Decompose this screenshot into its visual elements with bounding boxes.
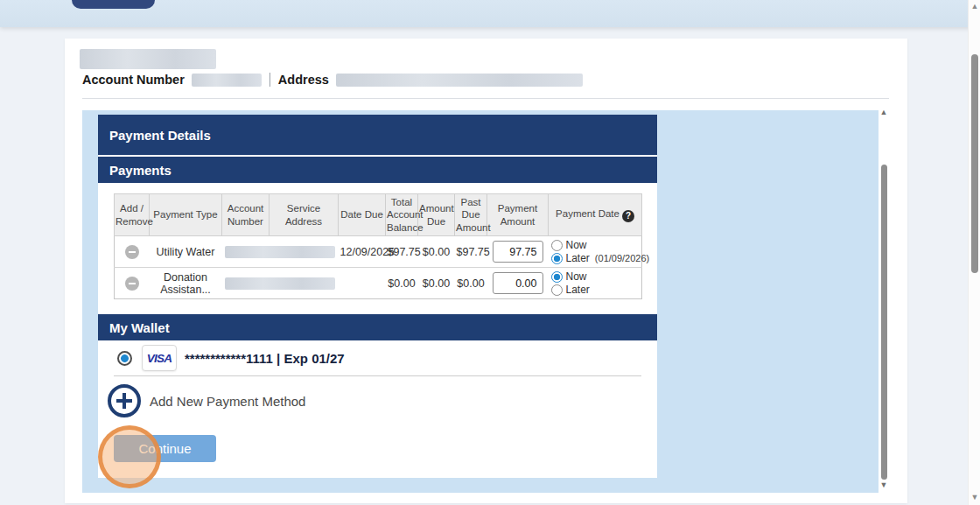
visa-logo: VISA bbox=[147, 352, 172, 365]
my-wallet-title: My Wallet bbox=[109, 320, 170, 335]
payments-header: Payments bbox=[98, 157, 657, 183]
payment-panel: Payment Details Payments Add / Remove Pa… bbox=[82, 110, 878, 493]
scroll-up-icon[interactable]: ▲ bbox=[969, 2, 980, 11]
my-wallet-header: My Wallet bbox=[98, 314, 657, 340]
total-balance-cell: $97.75 bbox=[386, 236, 418, 268]
account-number-label: Account Number bbox=[82, 73, 185, 87]
help-icon[interactable]: ? bbox=[622, 210, 634, 222]
wallet-divider bbox=[114, 375, 641, 376]
inner-scroll-down-icon[interactable]: ▼ bbox=[878, 480, 890, 489]
redacted-page-title bbox=[80, 49, 216, 69]
table-row: Utility Water 12/09/2025 $97.75 $0.00 $9… bbox=[115, 236, 642, 268]
page-scrollbar-thumb[interactable] bbox=[971, 54, 978, 273]
add-payment-label: Add New Payment Method bbox=[150, 394, 305, 409]
col-payment-type: Payment Type bbox=[150, 194, 222, 236]
payment-details-header: Payment Details bbox=[98, 115, 657, 155]
redacted-account-number bbox=[192, 74, 262, 87]
top-nav-button[interactable] bbox=[72, 0, 155, 9]
main-content-card: Account Number Address Payment Details P… bbox=[65, 39, 907, 503]
radio-now-icon[interactable] bbox=[551, 240, 563, 251]
scroll-down-icon[interactable]: ▼ bbox=[969, 493, 980, 501]
col-date-due: Date Due bbox=[339, 194, 386, 236]
card-details-text: ************1111 | Exp 01/27 bbox=[185, 351, 345, 366]
horizontal-rule bbox=[82, 98, 889, 99]
table-header-row: Add / Remove Payment Type Account Number… bbox=[115, 194, 642, 236]
payment-amount-input[interactable] bbox=[493, 241, 543, 263]
top-header-band bbox=[0, 0, 980, 27]
pay-later-option[interactable]: Later bbox=[551, 284, 640, 297]
plus-icon[interactable] bbox=[108, 384, 141, 417]
page-scrollbar[interactable]: ▲ ▼ bbox=[968, 0, 980, 505]
redacted-address bbox=[336, 74, 583, 87]
date-due-cell: 12/09/2025 bbox=[339, 236, 386, 268]
account-info-row: Account Number Address bbox=[82, 71, 583, 88]
redacted-account-service bbox=[225, 246, 335, 258]
pay-now-option[interactable]: Now bbox=[551, 270, 640, 284]
divider bbox=[270, 73, 270, 87]
inner-scroll-up-icon[interactable]: ▲ bbox=[878, 108, 890, 116]
pay-now-option[interactable]: Now bbox=[551, 239, 640, 252]
address-label: Address bbox=[278, 73, 329, 87]
radio-later-icon[interactable] bbox=[551, 284, 563, 296]
pay-later-option[interactable]: Later (01/09/2026) bbox=[551, 252, 640, 265]
payment-details-title: Payment Details bbox=[109, 128, 211, 143]
col-payment-amount: Payment Amount bbox=[487, 194, 549, 236]
card-radio-icon[interactable] bbox=[117, 351, 132, 366]
redacted-account-service bbox=[225, 277, 335, 290]
remove-row-icon[interactable] bbox=[125, 245, 139, 259]
radio-later-icon[interactable] bbox=[551, 253, 563, 264]
payments-table: Add / Remove Payment Type Account Number… bbox=[114, 193, 642, 299]
amount-due-cell: $0.00 bbox=[418, 268, 455, 299]
col-payment-date: Payment Date? bbox=[549, 194, 642, 236]
date-due-cell bbox=[339, 268, 386, 299]
radio-now-icon[interactable] bbox=[551, 271, 563, 283]
total-balance-cell: $0.00 bbox=[386, 268, 418, 299]
past-due-cell: $0.00 bbox=[455, 268, 487, 299]
amount-due-cell: $0.00 bbox=[418, 236, 455, 268]
later-date: (01/09/2026) bbox=[595, 252, 649, 265]
col-account-number: Account Number bbox=[222, 194, 270, 236]
add-payment-method[interactable]: Add New Payment Method bbox=[108, 382, 305, 419]
col-service-address: Service Address bbox=[270, 194, 339, 236]
past-due-cell: $97.75 bbox=[455, 236, 487, 268]
saved-card-row[interactable]: VISA ************1111 | Exp 01/27 bbox=[98, 340, 657, 375]
col-past-due-amount: Past Due Amount bbox=[455, 194, 487, 236]
visa-logo-box: VISA bbox=[142, 345, 177, 371]
payment-type-cell: Utility Water bbox=[150, 236, 222, 268]
inner-scrollbar-thumb[interactable] bbox=[881, 165, 887, 480]
payment-amount-input[interactable] bbox=[493, 272, 543, 294]
table-row: Donation Assistan... $0.00 $0.00 $0.00 N… bbox=[115, 268, 642, 299]
payments-title: Payments bbox=[109, 163, 172, 178]
col-add-remove: Add / Remove bbox=[115, 194, 150, 236]
col-total-account-balance: Total Account Balance bbox=[386, 194, 418, 236]
payment-inner-card: Payment Details Payments Add / Remove Pa… bbox=[98, 115, 657, 478]
remove-row-icon[interactable] bbox=[125, 277, 139, 291]
payment-type-cell: Donation Assistan... bbox=[150, 268, 222, 299]
continue-button[interactable]: Continue bbox=[114, 435, 216, 462]
